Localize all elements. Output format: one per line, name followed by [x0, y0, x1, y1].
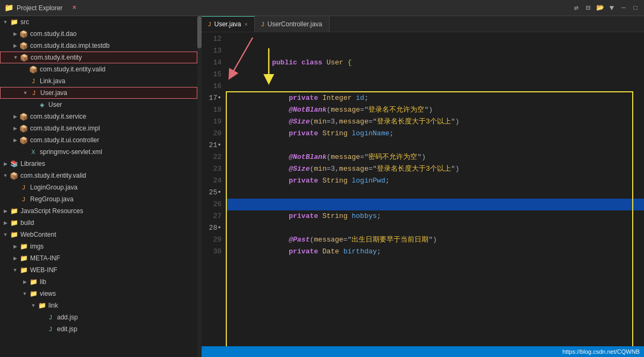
expand-arrow: ▼ — [2, 172, 9, 179]
expand-arrow: ▼ — [30, 302, 37, 309]
tree-label: User — [48, 101, 62, 108]
tree-item-meta-inf[interactable]: ▶ 📁 META-INF — [0, 252, 197, 264]
expand-arrow: ▶ — [12, 42, 18, 49]
library-icon: 📚 — [10, 159, 18, 168]
code-editor[interactable]: 12 13 14 15 16 17• 18 19 20 21• 22 23 24… — [202, 32, 644, 346]
tree-item-link-folder[interactable]: ▼ 📁 link — [0, 300, 197, 311]
code-line-15: private Integer id; — [226, 69, 644, 81]
tree-item-link-java[interactable]: ▶ J Link.java — [0, 75, 197, 87]
minimize-icon[interactable]: — — [619, 4, 628, 12]
tree-item-entity-valid2[interactable]: ▼ 📦 com.study.it.entity.valid — [0, 170, 197, 181]
bottom-bar: https://blog.csdn.net/CQWNB — [202, 346, 644, 357]
package-icon: 📦 — [29, 65, 38, 74]
folder-icon: 📁 — [38, 301, 46, 310]
tree-item-views[interactable]: ▼ 📁 views — [0, 288, 197, 300]
code-line-23: private String loginPwd; — [226, 163, 644, 175]
tab-label: User.java — [214, 20, 241, 28]
tree-item-webcontent[interactable]: ▼ 📁 WebContent — [0, 229, 197, 241]
tree-label: src — [20, 18, 29, 26]
tree-item-add-jsp[interactable]: ▶ J add.jsp — [0, 311, 197, 323]
expand-arrow: ▶ — [2, 161, 9, 167]
code-line-18: @Size(min=3,message="登录名长度大于3个以上") — [226, 104, 644, 116]
expand-arrow: ▶ — [12, 255, 18, 261]
jsp-icon: J — [46, 325, 55, 333]
tree-label: com.study.it.service — [30, 113, 86, 120]
tree-item-src[interactable]: ▼ 📁 src — [0, 16, 197, 28]
tab-close-button[interactable]: × — [245, 21, 248, 27]
menu-icon[interactable]: ▼ — [607, 4, 616, 12]
tree-item-build[interactable]: ▶ 📁 build — [0, 217, 197, 229]
expand-arrow: ▼ — [2, 19, 9, 25]
expand-arrow: ▼ — [12, 267, 18, 273]
code-line-20 — [226, 128, 644, 140]
tree-label: com.study.it.entity — [31, 54, 82, 61]
tree-item-js-resources[interactable]: ▶ 📁 JavaScript Resources — [0, 205, 197, 217]
expand-arrow: ▶ — [12, 243, 18, 250]
scrollbar-thumb[interactable] — [197, 16, 202, 48]
tree-item-logingroup[interactable]: ▶ J LoginGroup.java — [0, 181, 197, 193]
tree-item-web-inf[interactable]: ▼ 📁 WEB-INF — [0, 264, 197, 276]
close-icon[interactable]: × — [70, 4, 78, 12]
tree-label: Libraries — [20, 160, 45, 167]
maximize-icon[interactable]: □ — [631, 4, 640, 12]
folder-icon: 📁 — [10, 218, 18, 227]
js-icon: 📁 — [10, 207, 18, 215]
code-line-12 — [226, 33, 644, 45]
expand-arrow: ▼ — [2, 231, 9, 238]
tree-item-service-impl[interactable]: ▶ 📦 com.study.it.service.impl — [0, 122, 197, 134]
tree-item-entity-valid[interactable]: ▶ 📦 com.study.it.entity.valid — [0, 63, 197, 75]
java-file-icon: J — [19, 183, 28, 192]
tree-label: views — [40, 290, 56, 297]
tree-label: com.study.it.entity.valid — [40, 65, 105, 73]
tree-item-reggroup[interactable]: ▶ J RegGroup.java — [0, 193, 197, 205]
tree-label: add.jsp — [57, 314, 78, 321]
tree-label: com.study.it.ui.controller — [30, 136, 99, 144]
code-line-27 — [226, 210, 644, 222]
tree-item-lib[interactable]: ▶ 📁 lib — [0, 276, 197, 288]
tree-item-entity[interactable]: ▼ 📦 com.study.it.entity — [0, 52, 197, 63]
tree-label: com.study.it.dao — [30, 30, 76, 38]
tree-item-springmvc[interactable]: ▶ X springmvc-servlet.xml — [0, 146, 197, 158]
folder-icon: 📁 — [19, 242, 28, 251]
package-icon: 📦 — [19, 112, 28, 121]
tree-item-service[interactable]: ▶ 📦 com.study.it.service — [0, 111, 197, 122]
tree-item-user-java[interactable]: ▼ J User.java — [0, 87, 197, 99]
folder-icon: 📁 — [10, 230, 18, 239]
tab-user-java[interactable]: J User.java × — [202, 16, 255, 32]
tree-item-user-class[interactable]: ▶ ◈ User — [0, 99, 197, 111]
tree-item-dao-impl[interactable]: ▶ 📦 com.study.it.dao.impl.testdb — [0, 40, 197, 52]
tree-label: RegGroup.java — [30, 195, 74, 203]
line-numbers: 12 13 14 15 16 17• 18 19 20 21• 22 23 24… — [202, 32, 226, 346]
tree-label: edit.jsp — [57, 325, 77, 333]
new-folder-icon[interactable]: 📂 — [596, 4, 604, 12]
tree-item-ui-controller[interactable]: ▶ 📦 com.study.it.ui.controller — [0, 134, 197, 146]
expand-arrow: ▶ — [12, 125, 18, 132]
code-line-22: @Size(min=3,message="登录名长度大于3个以上") — [226, 151, 644, 163]
scrollbar-track[interactable] — [197, 16, 202, 357]
code-line-21: @NotBlank(message="密码不允许为空") — [226, 140, 644, 151]
expand-arrow: ▶ — [12, 113, 18, 120]
expand-arrow: ▶ — [2, 220, 9, 226]
tree-item-edit-jsp[interactable]: ▶ J edit.jsp — [0, 323, 197, 335]
bottom-url: https://blog.csdn.net/CQWNB — [562, 348, 640, 355]
src-icon: 📁 — [10, 18, 18, 26]
sync-icon[interactable]: ⇄ — [572, 4, 581, 12]
tree-label: build — [20, 219, 34, 227]
tree-item-dao[interactable]: ▶ 📦 com.study.it.dao — [0, 28, 197, 40]
tree-item-libraries[interactable]: ▶ 📚 Libraries — [0, 158, 197, 170]
toolbar-title: Project Explorer — [17, 4, 62, 12]
tree-label: lib — [40, 278, 46, 286]
sidebar: ▼ 📁 src ▶ 📦 com.study.it.dao ▶ 📦 com.stu… — [0, 16, 202, 357]
code-line-14 — [226, 57, 644, 69]
code-editor-area: J User.java × J UserController.java 12 1… — [202, 16, 644, 357]
collapse-icon[interactable]: ⊟ — [584, 4, 592, 12]
tree-label: springmvc-servlet.xml — [40, 148, 102, 156]
tree-label: WebContent — [20, 231, 56, 238]
tree-item-imgs[interactable]: ▶ 📁 imgs — [0, 241, 197, 252]
tree-label: com.study.it.service.impl — [30, 125, 100, 132]
tab-usercontroller[interactable]: J UserController.java — [255, 16, 330, 32]
code-line-16 — [226, 81, 644, 92]
tree-label: JavaScript Resources — [20, 207, 83, 215]
tab-label: UserController.java — [267, 20, 322, 28]
project-icon: 📁 — [4, 3, 13, 12]
